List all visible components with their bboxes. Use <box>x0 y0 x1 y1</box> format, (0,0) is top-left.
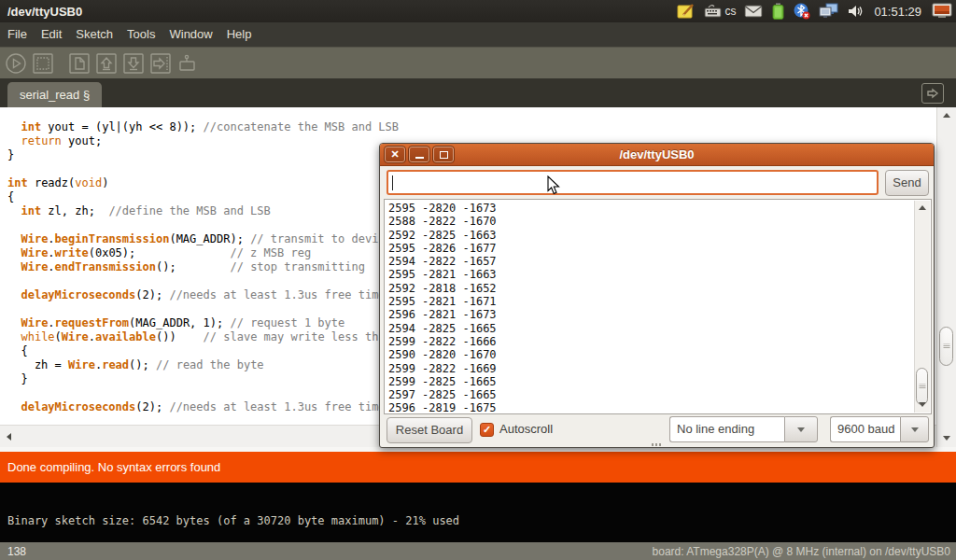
window-resize-grip[interactable] <box>652 443 663 446</box>
serial-output-area[interactable]: 2595 -2820 -16732588 -2822 -16702592 -28… <box>384 199 932 414</box>
mail-icon[interactable] <box>744 5 763 18</box>
console-output-area: Binary sketch size: 6542 bytes (of a 307… <box>0 483 956 542</box>
autoscroll-checkbox[interactable]: ✓ <box>480 423 494 437</box>
serial-data-line: 2595 -2821 -1663 <box>388 268 931 281</box>
minimize-icon[interactable] <box>409 147 429 162</box>
menu-help[interactable]: Help <box>227 22 252 47</box>
text-caret <box>392 175 393 190</box>
menubar: FileEditSketchToolsWindowHelp <box>0 22 956 47</box>
verify-button[interactable] <box>5 52 27 75</box>
compile-status-bar: Done compiling. No syntax errors found <box>0 452 956 483</box>
scroll-left-icon[interactable] <box>7 433 11 441</box>
serial-data-line: 2599 -2822 -1669 <box>388 362 931 375</box>
maximize-icon[interactable] <box>433 147 454 162</box>
line-ending-dropdown-button[interactable] <box>784 416 818 442</box>
serial-data-line: 2595 -2826 -1677 <box>388 242 931 255</box>
keyboard-layout-label: cs <box>724 5 736 18</box>
console-output-text: Binary sketch size: 6542 bytes (of a 307… <box>7 514 459 527</box>
scroll-up-icon[interactable] <box>943 113 950 118</box>
tab-serial-read[interactable]: serial_read § <box>7 82 102 107</box>
upload-button[interactable] <box>149 52 172 75</box>
serial-data-line: 2595 -2821 -1671 <box>388 295 931 308</box>
serial-data-line: 2588 -2822 -1670 <box>388 215 931 228</box>
desktop-screen: /dev/ttyUSB0 cs 01:5 <box>0 0 956 560</box>
serial-monitor-button[interactable] <box>176 52 199 75</box>
save-button[interactable] <box>122 52 145 75</box>
menu-window[interactable]: Window <box>169 22 212 47</box>
network-icon[interactable] <box>819 3 839 20</box>
editor-vertical-scrollbar[interactable] <box>936 107 956 447</box>
baud-rate-dropdown-button[interactable] <box>900 416 929 442</box>
tab-bar: serial_read § <box>0 78 956 107</box>
serial-vscroll-thumb[interactable] <box>916 368 928 405</box>
new-sketch-button[interactable] <box>68 52 91 75</box>
code-line: int yout = (yl|(yh << 8)); //concatenate… <box>7 120 936 134</box>
serial-data-line: 2594 -2822 -1657 <box>388 255 931 268</box>
scroll-up-icon[interactable] <box>919 205 926 210</box>
serial-data-line: 2596 -2819 -1675 <box>388 401 931 414</box>
serial-window-title: /dev/ttyUSB0 <box>380 144 934 166</box>
baud-rate-select[interactable]: 9600 baud <box>830 416 900 442</box>
close-icon[interactable]: ✕ <box>385 147 405 162</box>
mouse-cursor <box>547 175 560 199</box>
serial-data-line: 2592 -2825 -1663 <box>388 229 931 242</box>
chevron-down-icon <box>911 427 919 432</box>
keyboard-layout-icon[interactable]: cs <box>704 4 736 19</box>
serial-data-line: 2595 -2820 -1673 <box>388 202 931 215</box>
line-number-indicator: 138 <box>0 545 26 558</box>
chevron-down-icon <box>797 427 805 432</box>
open-button[interactable] <box>95 52 118 75</box>
editor-vscroll-thumb[interactable] <box>939 327 953 366</box>
serial-vertical-scrollbar[interactable] <box>914 201 930 413</box>
bluetooth-icon[interactable] <box>794 3 810 20</box>
send-button[interactable]: Send <box>885 170 929 196</box>
line-ending-select[interactable]: No line ending <box>669 416 784 442</box>
thumb-grip <box>943 344 949 349</box>
menu-file[interactable]: File <box>7 22 27 47</box>
serial-data-line: 2599 -2822 -1666 <box>388 335 931 348</box>
autoscroll-label: Autoscroll <box>499 422 553 436</box>
serial-data-line: 2599 -2825 -1665 <box>388 375 931 388</box>
stop-button[interactable] <box>32 52 54 75</box>
menu-edit[interactable]: Edit <box>41 22 62 47</box>
serial-data-line: 2592 -2818 -1652 <box>388 282 931 295</box>
battery-icon[interactable] <box>771 3 785 20</box>
serial-input[interactable] <box>387 170 879 195</box>
serial-monitor-window: /dev/ttyUSB0 ✕ Send 2595 -2820 -16732588… <box>379 143 935 448</box>
serial-data-line: 2597 -2825 -1665 <box>388 388 931 401</box>
serial-data-line: 2590 -2820 -1670 <box>388 348 931 361</box>
top-panel: /dev/ttyUSB0 cs 01:5 <box>0 0 956 22</box>
serial-data-line: 2596 -2821 -1673 <box>388 308 931 321</box>
tab-menu-button[interactable] <box>921 83 944 104</box>
toolbar <box>0 47 956 78</box>
clock[interactable]: 01:51:29 <box>874 5 921 19</box>
scroll-down-icon[interactable] <box>919 402 926 407</box>
menu-sketch[interactable]: Sketch <box>76 22 113 47</box>
ide-status-bar: 138 board: ATmega328P(A) @ 8 MHz (intern… <box>0 542 956 560</box>
reset-board-button[interactable]: Reset Board <box>387 417 472 443</box>
notes-icon[interactable] <box>677 3 696 20</box>
serial-output-text: 2595 -2820 -16732588 -2822 -16702592 -28… <box>385 200 931 414</box>
serial-data-line: 2594 -2825 -1665 <box>388 322 931 335</box>
board-info: board: ATmega328P(A) @ 8 MHz (internal) … <box>653 545 956 558</box>
focused-window-title: /dev/ttyUSB0 <box>0 5 82 19</box>
serial-window-titlebar[interactable]: /dev/ttyUSB0 ✕ <box>380 144 934 166</box>
menu-tools[interactable]: Tools <box>127 22 155 47</box>
volume-icon[interactable] <box>848 4 864 19</box>
system-tray: cs 01:51:29 <box>677 3 956 20</box>
scroll-down-icon[interactable] <box>943 436 950 441</box>
thumb-grip <box>919 385 925 389</box>
session-monitor-icon[interactable] <box>932 3 952 20</box>
